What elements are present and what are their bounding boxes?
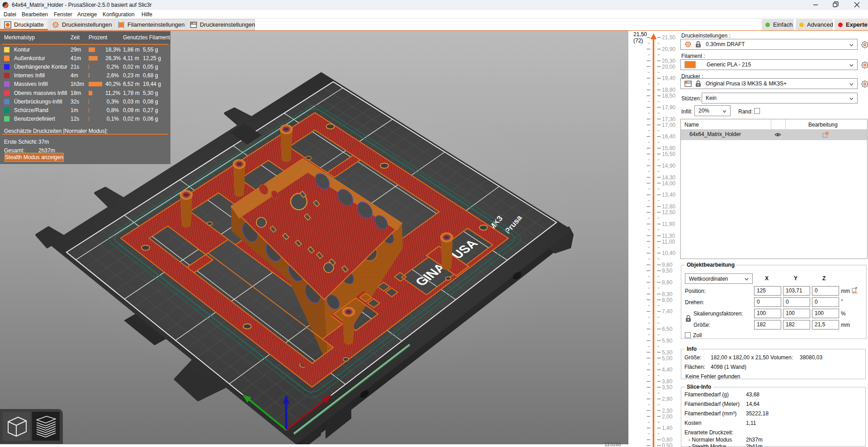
svg-text:17,90: 17,90 bbox=[662, 104, 675, 111]
svg-text:12,50: 12,50 bbox=[662, 209, 675, 216]
svg-text:2,30: 2,30 bbox=[662, 408, 673, 414]
svg-text:7,40: 7,40 bbox=[662, 308, 673, 315]
svg-text:21,50: 21,50 bbox=[662, 34, 675, 41]
svg-text:11,90: 11,90 bbox=[662, 221, 675, 227]
svg-text:11,30: 11,30 bbox=[662, 233, 675, 239]
svg-text:15,80: 15,80 bbox=[662, 145, 675, 151]
svg-text:3,80: 3,80 bbox=[662, 378, 673, 385]
svg-text:14,00: 14,00 bbox=[662, 180, 675, 187]
svg-text:5,30: 5,30 bbox=[662, 349, 673, 356]
svg-text:0,50: 0,50 bbox=[662, 442, 673, 447]
svg-text:5,90: 5,90 bbox=[662, 338, 673, 344]
svg-text:13,40: 13,40 bbox=[662, 192, 675, 198]
svg-text:14,30: 14,30 bbox=[662, 174, 675, 181]
svg-text:1,40: 1,40 bbox=[662, 425, 673, 431]
svg-text:8,30: 8,30 bbox=[662, 291, 673, 297]
svg-text:5,00: 5,00 bbox=[662, 355, 673, 362]
svg-text:20,00: 20,00 bbox=[662, 64, 675, 70]
svg-text:8,00: 8,00 bbox=[662, 297, 673, 303]
svg-text:18,50: 18,50 bbox=[662, 93, 675, 99]
svg-text:17,00: 17,00 bbox=[662, 122, 675, 128]
svg-text:10,40: 10,40 bbox=[662, 250, 675, 256]
svg-text:0,80: 0,80 bbox=[662, 437, 673, 443]
svg-text:20,30: 20,30 bbox=[662, 58, 675, 64]
svg-text:3,50: 3,50 bbox=[662, 384, 673, 391]
svg-text:9,50: 9,50 bbox=[662, 268, 673, 274]
svg-text:8,90: 8,90 bbox=[662, 279, 673, 286]
svg-text:17,30: 17,30 bbox=[662, 116, 675, 122]
svg-text:19,40: 19,40 bbox=[662, 75, 675, 81]
svg-text:2,00: 2,00 bbox=[662, 414, 673, 420]
svg-text:11,00: 11,00 bbox=[662, 239, 675, 245]
svg-text:12,80: 12,80 bbox=[662, 203, 675, 210]
svg-text:20,90: 20,90 bbox=[662, 46, 675, 52]
svg-text:6,50: 6,50 bbox=[662, 326, 673, 332]
svg-text:16,40: 16,40 bbox=[662, 133, 675, 140]
svg-text:15,50: 15,50 bbox=[662, 151, 675, 157]
svg-text:2,90: 2,90 bbox=[662, 396, 673, 402]
svg-text:4,40: 4,40 bbox=[662, 367, 673, 373]
svg-text:9,80: 9,80 bbox=[662, 262, 673, 268]
svg-text:18,80: 18,80 bbox=[662, 87, 675, 93]
svg-text:14,90: 14,90 bbox=[662, 163, 675, 169]
